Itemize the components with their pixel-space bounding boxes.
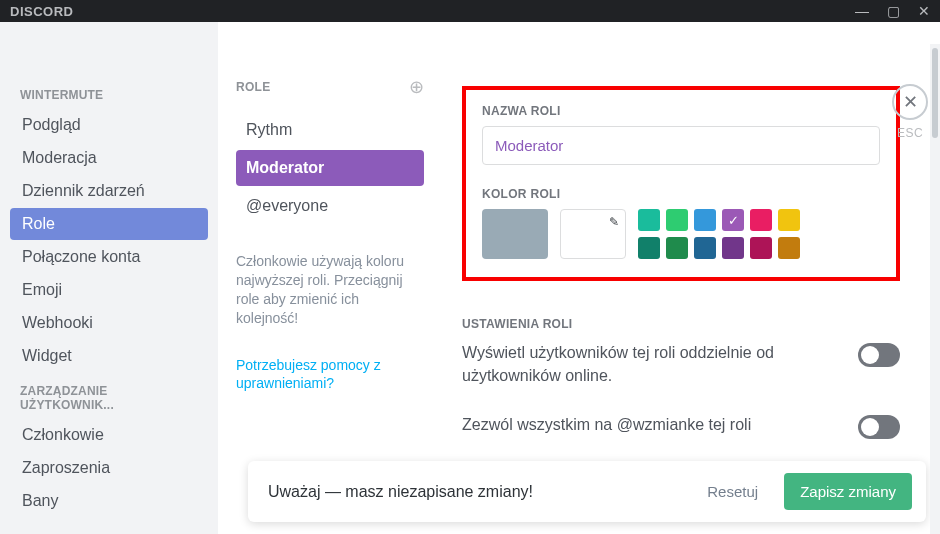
color-swatch[interactable]: ✓ — [722, 209, 744, 231]
color-swatch[interactable] — [666, 209, 688, 231]
sidebar-item[interactable]: Podgląd — [10, 109, 208, 141]
sidebar-item[interactable]: Role — [10, 208, 208, 240]
role-name-label: NAZWA ROLI — [482, 104, 880, 118]
sidebar-item[interactable]: Webhooki — [10, 307, 208, 339]
color-swatch[interactable] — [778, 209, 800, 231]
roles-column: ROLE ⊕ RythmModerator@everyone Członkowi… — [218, 22, 442, 534]
color-swatch[interactable] — [750, 209, 772, 231]
add-role-icon[interactable]: ⊕ — [409, 76, 424, 98]
roles-help-link[interactable]: Potrzebujesz pomocy z uprawnieniami? — [236, 356, 424, 394]
color-swatch[interactable] — [638, 209, 660, 231]
color-swatch[interactable] — [778, 237, 800, 259]
pencil-icon: ✎ — [609, 215, 619, 229]
scrollbar-thumb[interactable] — [932, 48, 938, 138]
setting-allow-mention-toggle[interactable] — [858, 415, 900, 439]
sidebar-item[interactable]: Członkowie — [10, 419, 208, 451]
close-settings-button[interactable]: ✕ — [892, 84, 928, 120]
color-swatch[interactable] — [722, 237, 744, 259]
role-name-input[interactable] — [482, 126, 880, 165]
color-swatch-default[interactable] — [482, 209, 548, 259]
role-list-item[interactable]: @everyone — [236, 188, 424, 224]
setting-allow-mention-text: Zezwól wszystkim na @wzmianke tej roli — [462, 413, 834, 436]
unsaved-changes-toast: Uważaj — masz niezapisane zmiany! Resetu… — [248, 461, 926, 522]
sidebar-heading: WINTERMUTE — [10, 82, 208, 108]
esc-label: ESC — [897, 126, 923, 140]
window-controls: — ▢ ✕ — [855, 3, 930, 19]
sidebar-item[interactable]: Dziennik zdarzeń — [10, 175, 208, 207]
sidebar: WINTERMUTEPodglądModeracjaDziennik zdarz… — [0, 22, 218, 534]
window-titlebar: DISCORD — ▢ ✕ — [0, 0, 940, 22]
main-content: NAZWA ROLI KOLOR ROLI ✎ ✓ USTAWIENIA ROL… — [442, 22, 940, 534]
color-swatch-custom[interactable]: ✎ — [560, 209, 626, 259]
role-list-item[interactable]: Moderator — [236, 150, 424, 186]
maximize-icon[interactable]: ▢ — [887, 3, 900, 19]
scrollbar[interactable] — [930, 44, 940, 534]
color-swatch[interactable] — [694, 209, 716, 231]
color-swatch[interactable] — [638, 237, 660, 259]
color-swatch[interactable] — [666, 237, 688, 259]
save-button[interactable]: Zapisz zmiany — [784, 473, 912, 510]
sidebar-item[interactable]: Zaproszenia — [10, 452, 208, 484]
esc-group: ✕ ESC — [892, 84, 928, 140]
roles-header-label: ROLE — [236, 80, 271, 94]
sidebar-item[interactable]: Bany — [10, 485, 208, 517]
setting-display-separately-text: Wyświetl użytkowników tej roli oddzielni… — [462, 341, 834, 387]
role-color-label: KOLOR ROLI — [482, 187, 880, 201]
minimize-icon[interactable]: — — [855, 3, 869, 19]
sidebar-heading: ZARZĄDZANIE UŻYTKOWNIK... — [10, 378, 208, 418]
toast-text: Uważaj — masz niezapisane zmiany! — [268, 483, 681, 501]
role-settings-label: USTAWIENIA ROLI — [462, 317, 900, 331]
role-list-item[interactable]: Rythm — [236, 112, 424, 148]
close-window-icon[interactable]: ✕ — [918, 3, 930, 19]
sidebar-item[interactable]: Emoji — [10, 274, 208, 306]
sidebar-item[interactable]: Moderacja — [10, 142, 208, 174]
sidebar-item[interactable]: Połączone konta — [10, 241, 208, 273]
color-swatch[interactable] — [694, 237, 716, 259]
roles-note: Członkowie używają koloru najwyższej rol… — [236, 252, 424, 328]
sidebar-item[interactable]: Widget — [10, 340, 208, 372]
app-brand: DISCORD — [10, 4, 73, 19]
highlight-box: NAZWA ROLI KOLOR ROLI ✎ ✓ — [462, 86, 900, 281]
reset-button[interactable]: Resetuj — [695, 475, 770, 508]
setting-display-separately-toggle[interactable] — [858, 343, 900, 367]
color-swatch[interactable] — [750, 237, 772, 259]
